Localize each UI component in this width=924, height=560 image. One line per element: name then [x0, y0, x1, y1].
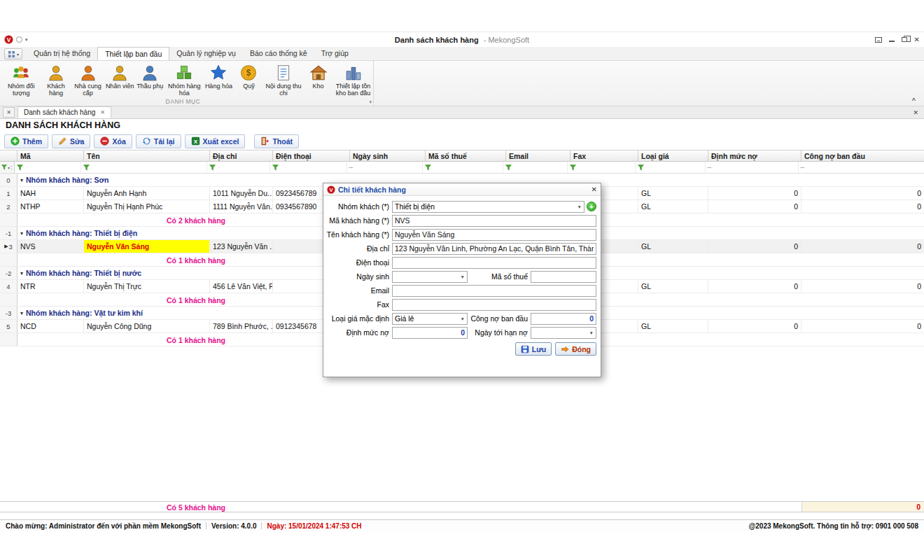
group-launcher-icon[interactable]: ▾ — [369, 99, 372, 105]
birthdate-select[interactable]: ▼ — [392, 271, 468, 283]
opening-balance-field[interactable] — [531, 313, 596, 325]
column-header-ma[interactable]: Mã — [18, 150, 84, 161]
email-field[interactable] — [392, 285, 596, 297]
tab-quan-tri-he-thong[interactable]: Quản trị hệ thống — [27, 47, 97, 60]
restore-icon[interactable] — [902, 37, 907, 42]
column-header-dinhmucno[interactable]: Định mức nợ — [708, 150, 802, 161]
ribbon-item-nha-cung-cap[interactable]: Nhà cung cấp — [71, 62, 104, 98]
column-header-fax[interactable]: Fax — [570, 150, 638, 161]
fax-field[interactable] — [392, 299, 596, 311]
collapse-icon[interactable]: ▾ — [20, 310, 23, 316]
filter-funnel-icon — [425, 164, 431, 171]
chevron-down-icon: ▾ — [17, 52, 19, 57]
tab-danh-sach-khach-hang[interactable]: Danh sách khách hàng ✕ — [18, 106, 111, 118]
close-tab-button[interactable]: ✕ — [3, 107, 15, 118]
exit-door-icon — [260, 136, 270, 146]
ribbon-item-kho[interactable]: Kho — [303, 62, 333, 91]
ribbon-item-nhan-vien[interactable]: Nhân viên — [105, 62, 135, 91]
debt-limit-field[interactable] — [392, 327, 468, 339]
chevron-down-icon[interactable]: ▾ — [8, 165, 10, 170]
divider — [261, 522, 262, 529]
minimize-icon[interactable] — [889, 41, 895, 42]
filter-cell-ten[interactable] — [81, 162, 207, 173]
ribbon-item-label: Thiết lập tồn kho ban đầu — [334, 83, 372, 97]
collapse-icon[interactable]: ▾ — [20, 177, 23, 183]
filter-cell-dinhmucno[interactable]: – — [706, 162, 799, 173]
dialog-title-bar[interactable]: Chi tiết khách hàng ✕ — [323, 183, 601, 196]
reload-button[interactable]: Tải lại — [136, 134, 181, 148]
filter-cell-loaigia[interactable] — [636, 162, 706, 173]
customer-code-field[interactable] — [392, 215, 596, 227]
tab-thiet-lap-ban-dau[interactable]: Thiết lập ban đầu — [97, 47, 169, 60]
filter-cell-ma[interactable] — [15, 162, 81, 173]
ribbon-item-noi-dung-thu-chi[interactable]: Nội dung thu chi — [264, 62, 303, 98]
ribbon-item-nhom-doi-tuong[interactable]: Nhóm đối tượng — [1, 62, 41, 98]
column-header-dienthoai[interactable]: Điện thoại — [273, 150, 350, 161]
collapse-icon[interactable]: ▾ — [20, 230, 23, 237]
close-icon[interactable]: ✕ — [914, 36, 920, 43]
phone-field[interactable] — [392, 257, 596, 269]
tab-bao-cao-thong-ke[interactable]: Báo cáo thống kê — [243, 47, 314, 60]
title-bar: ▾ Danh sách khách hàng - MekongSoft ✕ — [0, 32, 924, 47]
filter-funnel-icon — [83, 164, 90, 171]
coin-icon — [239, 64, 258, 82]
tax-code-field[interactable] — [531, 271, 596, 283]
customer-name-field[interactable] — [392, 229, 596, 241]
ribbon-item-thiet-lap-ton-kho[interactable]: Thiết lập tồn kho ban đầu — [333, 62, 373, 98]
export-excel-button[interactable]: Xuất excel — [185, 134, 246, 148]
ribbon-item-thau-phu[interactable]: Thầu phụ — [135, 62, 165, 91]
tab-tro-giup[interactable]: Trợ giúp — [314, 47, 356, 60]
ribbon-collapse-icon[interactable]: ^ — [912, 97, 916, 104]
ribbon-item-khach-hang[interactable]: Khách hàng — [41, 62, 71, 98]
filter-cell-dienthoai[interactable] — [270, 162, 347, 173]
no-filter-icon: – — [708, 164, 712, 171]
save-button[interactable]: Lưu — [515, 342, 552, 356]
column-header-diachi[interactable]: Địa chỉ — [210, 150, 273, 161]
ribbon-item-quy[interactable]: Quỹ — [234, 62, 264, 91]
export-excel-button-label: Xuất excel — [203, 137, 239, 146]
qat-dropdown-icon[interactable]: ▾ — [25, 37, 28, 43]
row-indicator — [0, 214, 18, 226]
dialog-close-icon[interactable]: ✕ — [592, 186, 597, 193]
column-header-ten[interactable]: Tên — [84, 150, 210, 161]
application-menu-button[interactable]: ▾ — [4, 48, 22, 59]
ribbon-item-nhom-hang-hoa[interactable]: Nhóm hàng hóa — [165, 62, 204, 98]
ribbon-group-danh-muc: Nhóm đối tượng Khách hàng Nhà cung cấp N… — [0, 61, 374, 106]
row-indicator: -1 — [0, 227, 18, 239]
fit-screen-icon[interactable] — [875, 37, 882, 43]
cell-ten: Nguyễn Thị Hạnh Phúc — [84, 200, 210, 213]
filter-cell-fax[interactable] — [568, 162, 636, 173]
tab-close-icon[interactable]: ✕ — [100, 109, 105, 115]
ribbon-item-label: Nhóm đối tượng — [2, 83, 40, 97]
column-header-loaigia[interactable]: Loại giá — [638, 150, 708, 161]
column-header-email[interactable]: Email — [506, 150, 570, 161]
filter-cell-diachi[interactable] — [207, 162, 270, 173]
field-label-nhom-khach: Nhóm khách (*) — [326, 202, 392, 211]
dialog-buttons: Lưu Đóng — [326, 342, 596, 356]
tab-quan-ly-nghiep-vu[interactable]: Quản lý nghiệp vụ — [169, 47, 243, 60]
cell-congno: 0 — [802, 240, 924, 253]
add-group-button[interactable]: + — [587, 202, 596, 211]
person-icon — [79, 64, 97, 82]
customer-group-select[interactable]: Thiết bị điện ▼ — [392, 201, 584, 213]
filter-cell-email[interactable] — [503, 162, 568, 173]
tabstrip-close-icon[interactable]: ✕ — [913, 109, 918, 116]
exit-button[interactable]: Thoát — [254, 134, 299, 148]
address-field[interactable] — [392, 243, 596, 255]
filter-cell-congno[interactable]: – — [799, 162, 924, 173]
filter-cell-masothue[interactable] — [423, 162, 503, 173]
price-type-select[interactable]: Giá lẻ ▼ — [392, 313, 468, 325]
column-header-ngaysinh[interactable]: Ngày sinh — [350, 150, 426, 161]
filter-cell-ngaysinh[interactable]: – — [347, 162, 423, 173]
ribbon-item-hang-hoa[interactable]: Hàng hóa — [204, 62, 234, 91]
collapse-icon[interactable]: ▾ — [20, 270, 23, 276]
due-date-select[interactable]: ▼ — [531, 327, 596, 339]
add-button[interactable]: Thêm — [4, 134, 48, 148]
column-header-congno[interactable]: Công nợ ban đầu — [802, 150, 924, 161]
close-button[interactable]: Đóng — [555, 342, 596, 356]
delete-button[interactable]: Xóa — [94, 134, 132, 148]
edit-button[interactable]: Sửa — [52, 134, 90, 148]
group-footer-cell: Có 1 khách hàng — [18, 293, 374, 306]
column-header-masothue[interactable]: Mã số thuế — [426, 150, 506, 161]
qat-button-icon[interactable] — [16, 36, 22, 43]
